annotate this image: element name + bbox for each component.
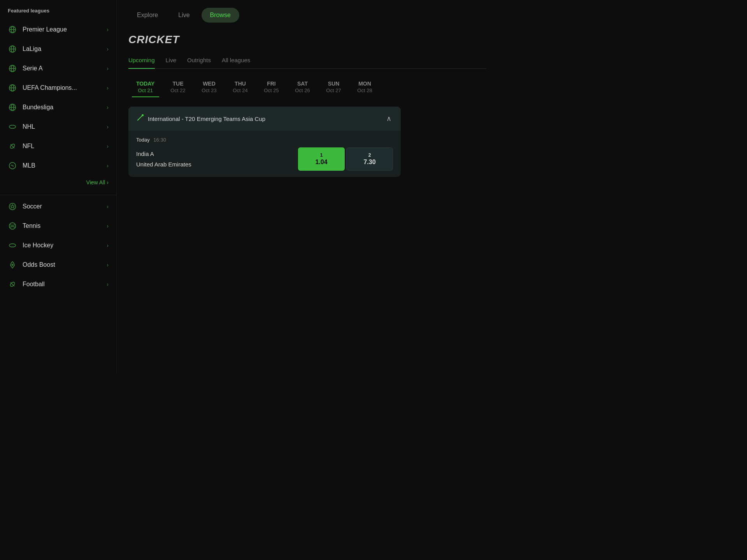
chevron-right-icon: › xyxy=(107,242,109,248)
tab-browse[interactable]: Browse xyxy=(202,8,239,23)
svg-line-17 xyxy=(11,144,14,148)
day-label: TODAY xyxy=(136,80,154,87)
chevron-right-icon: › xyxy=(107,65,109,72)
sub-tab-live[interactable]: Live xyxy=(166,54,177,69)
tab-live[interactable]: Live xyxy=(170,8,198,23)
match-time: Today 16:30 xyxy=(136,137,393,143)
match-time-value: 16:30 xyxy=(153,137,166,143)
date-wed[interactable]: WED Oct 23 xyxy=(193,77,224,97)
date-mon[interactable]: MON Oct 28 xyxy=(349,77,380,97)
chevron-right-icon: › xyxy=(107,46,109,52)
date-number: Oct 23 xyxy=(201,88,217,93)
sidebar-item-uefa-champions[interactable]: UEFA Champions... › xyxy=(0,78,116,98)
sidebar-item-label: Ice Hockey xyxy=(23,242,107,249)
day-label: THU xyxy=(232,80,248,87)
collapse-button[interactable]: ∧ xyxy=(385,113,393,124)
sidebar-item-soccer[interactable]: Soccer › xyxy=(0,197,116,216)
sidebar-item-label: UEFA Champions... xyxy=(23,84,107,91)
sidebar-item-tennis[interactable]: Tennis › xyxy=(0,216,116,236)
top-nav: ExploreLiveBrowse xyxy=(128,8,486,23)
team1-name: India A xyxy=(136,149,292,159)
sidebar-item-serie-a[interactable]: Serie A › xyxy=(0,59,116,78)
date-number: Oct 26 xyxy=(295,88,310,93)
chevron-right-icon: › xyxy=(107,262,109,268)
date-number: Oct 24 xyxy=(232,88,248,93)
sidebar-item-label: Tennis xyxy=(23,222,107,229)
sub-tab-upcoming[interactable]: Upcoming xyxy=(128,54,155,69)
sidebar-item-label: NHL xyxy=(23,123,107,130)
today-label: Today xyxy=(136,137,150,143)
view-all-button[interactable]: View All › xyxy=(0,175,116,193)
chevron-right-icon: › xyxy=(107,104,109,110)
sidebar-item-label: LaLiga xyxy=(23,46,107,52)
svg-point-23 xyxy=(12,264,13,265)
team2-name: United Arab Emirates xyxy=(136,159,292,170)
league-header-left: International - T20 Emerging Teams Asia … xyxy=(136,114,265,124)
sidebar-item-nhl[interactable]: NHL › xyxy=(0,117,116,136)
chevron-right-icon: › xyxy=(107,26,109,33)
date-number: Oct 27 xyxy=(326,88,341,93)
league-card: International - T20 Emerging Teams Asia … xyxy=(128,107,401,177)
globe-icon xyxy=(8,103,17,112)
sidebar-item-label: NFL xyxy=(23,143,107,150)
odds-group: 1 1.04 2 7.30 xyxy=(298,147,393,171)
chevron-right-icon: › xyxy=(107,143,109,149)
view-all-arrow-icon: › xyxy=(107,179,109,186)
sidebar-item-label: Bundesliga xyxy=(23,104,107,111)
svg-point-27 xyxy=(142,114,143,116)
sidebar-item-bundesliga[interactable]: Bundesliga › xyxy=(0,98,116,117)
tab-explore[interactable]: Explore xyxy=(128,8,167,23)
sidebar-item-football[interactable]: Football › xyxy=(0,275,116,294)
chevron-right-icon: › xyxy=(107,281,109,287)
teams: India A United Arab Emirates xyxy=(136,149,292,170)
odds-label: 1 xyxy=(320,152,323,158)
date-selector: TODAY Oct 21 TUE Oct 22 WED Oct 23 THU O… xyxy=(128,77,486,97)
chevron-right-icon: › xyxy=(107,223,109,229)
sidebar-item-premier-league[interactable]: Premier League › xyxy=(0,20,116,39)
odds-value: 7.30 xyxy=(363,159,375,166)
main-content: ExploreLiveBrowse CRICKET UpcomingLiveOu… xyxy=(117,0,498,373)
odds-button-odds-1[interactable]: 1 1.04 xyxy=(298,147,345,171)
date-number: Oct 22 xyxy=(170,88,186,93)
date-fri[interactable]: FRI Oct 25 xyxy=(256,77,287,97)
chevron-right-icon: › xyxy=(107,203,109,210)
globe-icon xyxy=(8,83,17,93)
sidebar-item-label: Football xyxy=(23,281,107,288)
date-sun[interactable]: SUN Oct 27 xyxy=(318,77,349,97)
sidebar-item-odds-boost[interactable]: Odds Boost › xyxy=(0,255,116,275)
sub-tab-outrights[interactable]: Outrights xyxy=(187,54,211,69)
svg-line-25 xyxy=(11,282,14,286)
rocket-icon xyxy=(8,260,17,270)
odds-button-odds-2[interactable]: 2 7.30 xyxy=(346,147,393,171)
football-icon xyxy=(8,142,17,151)
chevron-right-icon: › xyxy=(107,124,109,130)
sidebar-item-label: Premier League xyxy=(23,26,107,33)
sidebar-item-ice-hockey[interactable]: Ice Hockey › xyxy=(0,236,116,255)
sport-title: CRICKET xyxy=(128,33,486,46)
day-label: MON xyxy=(357,80,372,87)
date-thu[interactable]: THU Oct 24 xyxy=(224,77,256,97)
svg-point-21 xyxy=(9,223,16,229)
svg-line-28 xyxy=(137,119,139,120)
league-header: International - T20 Emerging Teams Asia … xyxy=(128,107,401,131)
odds-label: 2 xyxy=(368,152,371,158)
odds-value: 1.04 xyxy=(315,159,327,166)
league-name: International - T20 Emerging Teams Asia … xyxy=(148,116,265,122)
date-sat[interactable]: SAT Oct 26 xyxy=(287,77,318,97)
date-today[interactable]: TODAY Oct 21 xyxy=(128,77,162,97)
sub-tabs: UpcomingLiveOutrightsAll leagues xyxy=(128,54,486,69)
sidebar-item-laliga[interactable]: LaLiga › xyxy=(0,39,116,59)
sidebar-item-nfl[interactable]: NFL › xyxy=(0,136,116,156)
puck-icon xyxy=(8,122,17,131)
day-label: SAT xyxy=(295,80,310,87)
day-label: FRI xyxy=(263,80,279,87)
date-tue[interactable]: TUE Oct 22 xyxy=(162,77,193,97)
sidebar-item-label: Soccer xyxy=(23,203,107,210)
sub-tab-all-leagues[interactable]: All leagues xyxy=(222,54,250,69)
day-label: WED xyxy=(201,80,217,87)
puck-icon xyxy=(8,241,17,250)
day-label: SUN xyxy=(326,80,341,87)
football-icon xyxy=(8,280,17,289)
sidebar-item-mlb[interactable]: MLB › xyxy=(0,156,116,175)
globe-icon xyxy=(8,44,17,54)
